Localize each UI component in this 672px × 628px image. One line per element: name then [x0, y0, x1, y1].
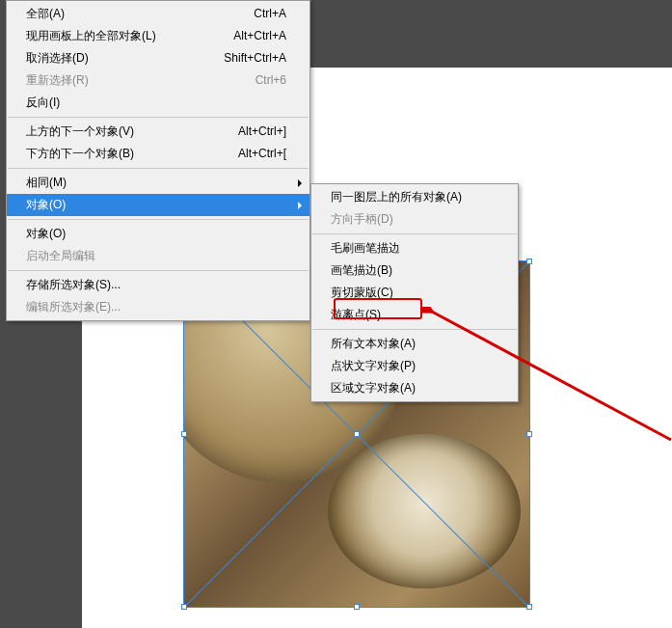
menu-item-shortcut: Alt+Ctrl+[: [238, 146, 286, 162]
menu-item-deselect[interactable]: 取消选择(D) Shift+Ctrl+A: [7, 47, 309, 69]
menu-item-label: 取消选择(D): [26, 50, 204, 67]
menu-item-label: 点状文字对象(P): [331, 358, 495, 374]
submenu-arrow-icon: [298, 179, 302, 187]
menu-item-label: 所有文本对象(A): [331, 336, 495, 352]
menu-item-next-above[interactable]: 上方的下一个对象(V) Alt+Ctrl+]: [7, 121, 309, 143]
menu-item-shortcut: Shift+Ctrl+A: [224, 50, 286, 67]
menu-item-label: 毛刷画笔描边: [331, 240, 495, 257]
menu-item-label: 现用画板上的全部对象(L): [26, 28, 214, 44]
menu-item-shortcut: Ctrl+6: [255, 72, 286, 89]
menu-separator: [8, 270, 309, 271]
menu-item-shortcut: Ctrl+A: [254, 6, 286, 22]
menu-item-label: 区域文字对象(A): [331, 380, 495, 396]
menu-separator: [312, 329, 517, 330]
menu-item-object[interactable]: 对象(O): [7, 194, 309, 216]
menu-item-label: 相同(M): [26, 175, 286, 191]
menu-item-label: 反向(I): [26, 95, 286, 111]
menu-item-label: 游离点(S): [331, 307, 495, 323]
menu-item-label: 剪切蒙版(C): [331, 285, 495, 301]
menu-item-label: 存储所选对象(S)...: [26, 277, 286, 293]
submenu-item-bristle-brush-strokes[interactable]: 毛刷画笔描边: [311, 237, 518, 259]
menu-separator: [8, 117, 309, 118]
menu-item-label: 方向手柄(D): [331, 211, 495, 228]
menu-item-label: 同一图层上的所有对象(A): [331, 189, 495, 205]
menu-item-next-below[interactable]: 下方的下一个对象(B) Alt+Ctrl+[: [7, 143, 309, 165]
submenu-item-area-text-objects[interactable]: 区域文字对象(A): [311, 377, 518, 399]
submenu-item-clipping-masks[interactable]: 剪切蒙版(C): [311, 282, 518, 304]
menu-separator: [8, 168, 309, 169]
menu-item-reselect: 重新选择(R) Ctrl+6: [7, 69, 309, 92]
submenu-item-point-text-objects[interactable]: 点状文字对象(P): [311, 355, 518, 377]
submenu-arrow-icon: [298, 202, 302, 209]
menu-item-same[interactable]: 相同(M): [7, 172, 309, 194]
menu-item-select-all[interactable]: 全部(A) Ctrl+A: [7, 3, 309, 25]
menu-item-label: 全部(A): [26, 6, 234, 22]
submenu-item-stray-points[interactable]: 游离点(S): [311, 304, 518, 326]
menu-item-shortcut: Alt+Ctrl+A: [233, 28, 286, 44]
menu-item-label: 启动全局编辑: [26, 248, 286, 264]
menu-item-select-all-on-artboard[interactable]: 现用画板上的全部对象(L) Alt+Ctrl+A: [7, 25, 309, 47]
menu-item-label: 对象(O): [26, 197, 286, 213]
menu-item-inverse[interactable]: 反向(I): [7, 92, 309, 114]
menu-item-start-global-edit: 启动全局编辑: [7, 245, 309, 267]
menu-item-label: 对象(O): [26, 226, 286, 242]
menu-item-object2[interactable]: 对象(O): [7, 223, 309, 245]
submenu-item-all-text-objects[interactable]: 所有文本对象(A): [311, 333, 518, 355]
menu-item-label: 编辑所选对象(E)...: [26, 299, 286, 315]
menu-item-shortcut: Alt+Ctrl+]: [238, 123, 286, 140]
menu-separator: [312, 233, 517, 234]
menu-item-save-selection[interactable]: 存储所选对象(S)...: [7, 274, 309, 296]
menu-item-label: 画笔描边(B): [331, 262, 495, 279]
menu-item-label: 上方的下一个对象(V): [26, 123, 219, 140]
context-menu-select: 全部(A) Ctrl+A 现用画板上的全部对象(L) Alt+Ctrl+A 取消…: [6, 0, 310, 321]
submenu-object: 同一图层上的所有对象(A) 方向手柄(D) 毛刷画笔描边 画笔描边(B) 剪切蒙…: [310, 183, 519, 402]
menu-item-edit-selection: 编辑所选对象(E)...: [7, 296, 309, 318]
submenu-item-direction-handles: 方向手柄(D): [311, 208, 518, 231]
submenu-item-brush-strokes[interactable]: 画笔描边(B): [311, 259, 518, 282]
submenu-item-all-on-same-layers[interactable]: 同一图层上的所有对象(A): [311, 186, 518, 208]
menu-item-label: 重新选择(R): [26, 72, 236, 89]
menu-separator: [8, 219, 309, 220]
menu-item-label: 下方的下一个对象(B): [26, 146, 219, 162]
